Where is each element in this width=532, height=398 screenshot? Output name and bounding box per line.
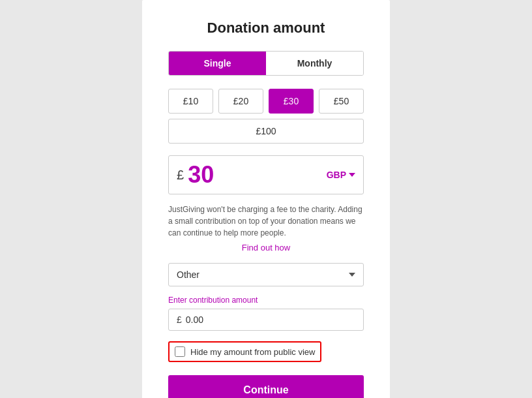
donation-card: Donation amount Single Monthly £10 £20 £… [142, 0, 390, 398]
amount-btn-30[interactable]: £30 [269, 89, 314, 114]
single-tab[interactable]: Single [169, 52, 266, 75]
hide-amount-label[interactable]: Hide my amount from public view [190, 347, 315, 357]
amount-options: £10 £20 £30 £50 £100 [168, 89, 364, 144]
pound-symbol: £ [177, 168, 184, 183]
amount-btn-10[interactable]: £10 [168, 89, 213, 114]
amount-btn-20[interactable]: £20 [218, 89, 263, 114]
amount-input-row: £ 30 GBP [168, 155, 364, 194]
amount-display: 30 [188, 161, 327, 189]
page-title: Donation amount [168, 20, 364, 37]
chevron-down-icon [349, 173, 355, 177]
amount-btn-100[interactable]: £100 [168, 119, 364, 144]
hide-amount-checkbox[interactable] [175, 346, 185, 357]
contribution-input[interactable] [186, 314, 355, 325]
contribution-pound-symbol: £ [177, 314, 182, 325]
continue-button[interactable]: Continue [168, 375, 364, 398]
info-text: JustGiving won't be charging a fee to th… [168, 204, 364, 239]
currency-selector[interactable]: GBP [327, 170, 355, 180]
amount-btn-50[interactable]: £50 [319, 89, 364, 114]
monthly-tab[interactable]: Monthly [266, 52, 363, 75]
contribution-label: Enter contribution amount [168, 296, 364, 305]
contribution-input-row: £ [168, 309, 364, 331]
find-out-link[interactable]: Find out how [168, 243, 364, 253]
frequency-toggle: Single Monthly [168, 51, 364, 76]
currency-label: GBP [327, 170, 346, 180]
hide-amount-row: Hide my amount from public view [168, 341, 321, 362]
contribution-dropdown[interactable]: Other 1% 2% Custom [168, 263, 364, 286]
